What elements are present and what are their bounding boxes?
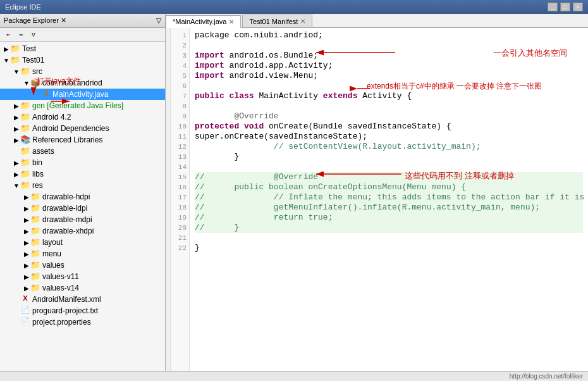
tree-arrow-reflibs[interactable]: ▶ <box>13 137 20 144</box>
tree-arrow-src[interactable]: ▼ <box>13 68 20 75</box>
tree-icon-drawable-ldpi: 📁 <box>30 203 40 213</box>
view-menu-button[interactable]: ▽ <box>28 29 39 41</box>
line-number-3: 3 <box>171 51 187 61</box>
panel-menu-icon[interactable]: ▽ <box>156 16 161 25</box>
editor-panel: *MainActivity.java✕Test01 Manifest✕ 1234… <box>166 14 588 371</box>
tree-label-bin: bin <box>32 158 42 167</box>
line-number-20: 20 <box>171 223 187 233</box>
tree-icon-drawable-mdpi: 📁 <box>30 215 40 225</box>
code-line-13: } <box>195 152 583 162</box>
tab-close-manifest-tab[interactable]: ✕ <box>300 18 305 25</box>
tree-arrow-layout[interactable]: ▶ <box>23 239 30 246</box>
tree-item-res[interactable]: ▼📁res <box>0 180 165 191</box>
tree-icon-test: 📁 <box>10 44 20 54</box>
tree-arrow-values-v11[interactable]: ▶ <box>23 273 30 280</box>
line-number-10: 10 <box>171 122 187 132</box>
tree-item-layout[interactable]: ▶📁layout <box>0 237 165 248</box>
tree-icon-reflibs: 📚 <box>20 135 30 145</box>
tree-item-menu[interactable]: ▶📁menu <box>0 248 165 259</box>
tree-item-reflibs[interactable]: ▶📚Referenced Libraries <box>0 134 165 146</box>
tree-item-test[interactable]: ▶📁Test <box>0 43 165 54</box>
tree-item-assets[interactable]: 📁assets <box>0 146 165 157</box>
tree-item-test01[interactable]: ▼📁Test01 <box>0 54 165 66</box>
tree-icon-com: 📦 <box>30 78 40 88</box>
tree-icon-libs: 📁 <box>20 169 30 179</box>
tree-arrow-com[interactable]: ▼ <box>23 80 30 87</box>
code-line-8 <box>195 101 583 111</box>
tree-label-manifest: AndroidManifest.xml <box>32 295 101 304</box>
collapse-all-button[interactable]: ⇐ <box>3 29 14 41</box>
tree-arrow-test[interactable]: ▶ <box>3 46 10 53</box>
tree-label-gen: gen [Generated Java Files] <box>32 101 123 110</box>
code-line-18: // getMenuInflater().inflate(R.menu.acti… <box>195 203 583 213</box>
tree-arrow-gen[interactable]: ▶ <box>13 103 20 109</box>
tree-icon-manifest: X <box>20 294 30 304</box>
package-explorer-panel: Package Explorer ✕ ▽ ⇐ ⇔ ▽ ▶📁Test▼📁Test0… <box>0 14 166 371</box>
tree-item-proguard[interactable]: 📄proguard-project.txt <box>0 305 165 316</box>
tree-item-drawable-ldpi[interactable]: ▶📁drawable-ldpi <box>0 203 165 214</box>
left-border <box>166 28 171 371</box>
tree-arrow-drawable-xhdpi[interactable]: ▶ <box>23 228 30 235</box>
window-controls[interactable]: _ □ × <box>548 3 583 11</box>
tree-arrow-androiddeps[interactable]: ▶ <box>13 125 20 132</box>
code-area[interactable]: package com.niubi.andriod; import androi… <box>190 28 588 371</box>
code-line-9: @Override <box>195 111 583 122</box>
tree-item-mainactivity[interactable]: JMainActivity.java <box>0 89 165 100</box>
tree-item-values[interactable]: ▶📁values <box>0 259 165 271</box>
line-number-12: 12 <box>171 142 187 152</box>
tab-mainactivity-tab[interactable]: *MainActivity.java✕ <box>166 15 241 28</box>
tree-label-assets: assets <box>32 147 54 156</box>
close-button[interactable]: × <box>573 3 583 11</box>
tree-label-values: values <box>42 261 64 270</box>
tree-label-test: Test <box>22 44 36 53</box>
maximize-button[interactable]: □ <box>560 3 570 11</box>
tree-item-manifest[interactable]: XAndroidManifest.xml <box>0 294 165 305</box>
tree-arrow-values-v14[interactable]: ▶ <box>23 285 30 292</box>
tree-item-gen[interactable]: ▶📁gen [Generated Java Files] <box>0 100 165 111</box>
tree-item-drawable-xhdpi[interactable]: ▶📁drawable-xhdpi <box>0 225 165 237</box>
code-line-5: import android.view.Menu; <box>195 71 583 81</box>
bottom-bar: http://blog.csdn.net/folliker <box>0 371 588 381</box>
tree-arrow-drawable-ldpi[interactable]: ▶ <box>23 205 30 212</box>
tree-arrow-res[interactable]: ▼ <box>13 182 20 189</box>
tree-item-androiddeps[interactable]: ▶📁Android Dependencies <box>0 123 165 134</box>
tab-close-mainactivity-tab[interactable]: ✕ <box>229 18 234 25</box>
tree-arrow-test01[interactable]: ▼ <box>3 57 10 64</box>
tree-arrow-libs[interactable]: ▶ <box>13 171 20 178</box>
line-numbers: 12345678910111213141516171819202122 <box>171 28 190 371</box>
tree-icon-proguard: 📄 <box>20 306 30 316</box>
tree-arrow-android42[interactable]: ▶ <box>13 114 20 121</box>
line-number-1: 1 <box>171 30 187 41</box>
tree-arrow-drawable-mdpi[interactable]: ▶ <box>23 216 30 223</box>
tree-label-mainactivity: MainActivity.java <box>52 90 108 99</box>
code-line-17: // // Inflate the menu; this adds items … <box>195 192 583 203</box>
minimize-button[interactable]: _ <box>548 3 558 11</box>
tree-item-values-v14[interactable]: ▶📁values-v14 <box>0 282 165 294</box>
panel-toolbar: ⇐ ⇔ ▽ <box>0 28 165 42</box>
tree-item-com[interactable]: ▼📦com.niubi.andriod <box>0 77 165 89</box>
line-number-5: 5 <box>171 71 187 81</box>
tree-item-android42[interactable]: ▶📁Android 4.2 <box>0 111 165 123</box>
tree-label-values-v14: values-v14 <box>42 284 79 292</box>
tree-item-drawable-mdpi[interactable]: ▶📁drawable-mdpi <box>0 214 165 225</box>
tree-arrow-drawable-hdpi[interactable]: ▶ <box>23 194 30 201</box>
editor-body: 12345678910111213141516171819202122 pack… <box>166 28 588 371</box>
link-editor-button[interactable]: ⇔ <box>15 29 27 41</box>
tree-item-projectprops[interactable]: 📄project.properties <box>0 316 165 328</box>
tree-icon-projectprops: 📄 <box>20 317 30 327</box>
tree-label-drawable-ldpi: drawable-ldpi <box>42 204 87 213</box>
tree-item-values-v11[interactable]: ▶📁values-v11 <box>0 271 165 282</box>
tree-item-bin[interactable]: ▶📁bin <box>0 157 165 168</box>
tree-item-libs[interactable]: ▶📁libs <box>0 168 165 180</box>
tree-arrow-menu[interactable]: ▶ <box>23 251 30 258</box>
code-line-7: public class MainActivity extends Activi… <box>195 91 583 101</box>
tree-label-drawable-hdpi: drawable-hdpi <box>42 192 90 201</box>
tree-item-drawable-hdpi[interactable]: ▶📁drawable-hdpi <box>0 191 165 203</box>
code-line-21 <box>195 233 583 243</box>
code-line-12: // setContentView(R.layout.activity_main… <box>195 142 583 152</box>
tab-manifest-tab[interactable]: Test01 Manifest✕ <box>242 15 312 27</box>
tree-arrow-values[interactable]: ▶ <box>23 262 30 269</box>
tree-label-projectprops: project.properties <box>32 318 91 327</box>
tree-arrow-bin[interactable]: ▶ <box>13 159 20 166</box>
tree-item-src[interactable]: ▼📁src <box>0 66 165 77</box>
